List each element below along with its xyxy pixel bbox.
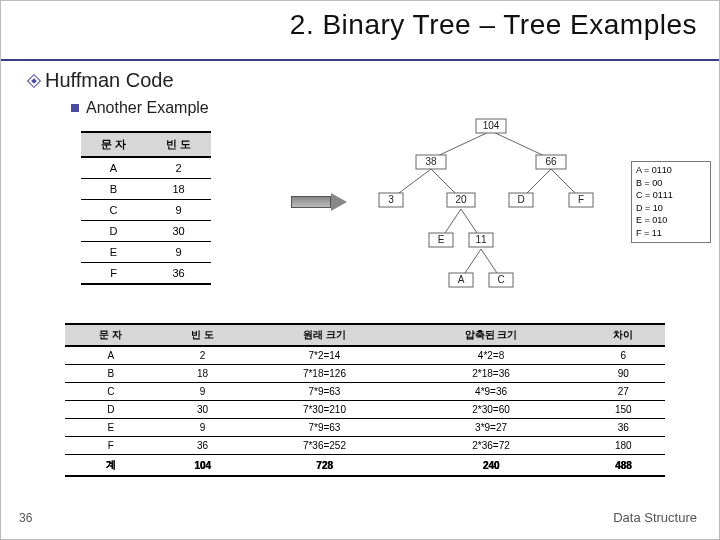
svg-text:D: D — [517, 194, 524, 205]
code-line: E = 010 — [636, 214, 706, 227]
huffman-codes-box: A = 0110 B = 00 C = 0111 D = 10 E = 010 … — [631, 161, 711, 243]
huffman-tree: 104 38 66 3 20 D F E 11 A C — [361, 111, 631, 301]
subsection-title: Another Example — [86, 99, 209, 117]
table-row: F36 — [81, 263, 211, 285]
table-row: C97*9=634*9=3627 — [65, 383, 665, 401]
code-line: B = 00 — [636, 177, 706, 190]
table-row: D30 — [81, 221, 211, 242]
footer-text: Data Structure — [613, 510, 697, 525]
page-number: 36 — [19, 511, 32, 525]
arrow-right-icon — [291, 193, 351, 211]
table-row: D307*30=2102*30=60150 — [65, 401, 665, 419]
table-sum-row: 계104728240488 — [65, 455, 665, 477]
svg-text:20: 20 — [455, 194, 467, 205]
table-row: B187*18=1262*18=3690 — [65, 365, 665, 383]
table-header-row: 문 자 빈 도 원래 크기 압축된 크기 차이 — [65, 324, 665, 346]
section-row: Huffman Code — [29, 69, 174, 92]
slide: 2. Binary Tree – Tree Examples Huffman C… — [0, 0, 720, 540]
table-row: F367*36=2522*36=72180 — [65, 437, 665, 455]
tree-node-root: 104 — [476, 119, 506, 133]
code-line: A = 0110 — [636, 164, 706, 177]
tree-node: C — [489, 273, 513, 287]
table-row: B18 — [81, 179, 211, 200]
svg-text:C: C — [497, 274, 504, 285]
code-line: C = 0111 — [636, 189, 706, 202]
tree-node: 3 — [379, 193, 403, 207]
tree-node: D — [509, 193, 533, 207]
title-bar: 2. Binary Tree – Tree Examples — [1, 1, 719, 61]
col-char: 문 자 — [81, 132, 146, 157]
table-row: A2 — [81, 157, 211, 179]
svg-text:66: 66 — [545, 156, 557, 167]
frequency-table: 문 자 빈 도 A2 B18 C9 D30 E9 F36 — [81, 131, 211, 285]
tree-node: 66 — [536, 155, 566, 169]
diamond-bullet-icon — [27, 73, 41, 87]
svg-text:A: A — [458, 274, 465, 285]
compression-table: 문 자 빈 도 원래 크기 압축된 크기 차이 A27*2=144*2=86 B… — [65, 323, 665, 477]
svg-text:E: E — [438, 234, 445, 245]
table-row: C9 — [81, 200, 211, 221]
subsection-row: Another Example — [71, 99, 209, 117]
page-title: 2. Binary Tree – Tree Examples — [290, 9, 697, 41]
svg-text:F: F — [578, 194, 584, 205]
col-freq: 빈 도 — [146, 132, 211, 157]
table-row: E97*9=633*9=2736 — [65, 419, 665, 437]
code-line: D = 10 — [636, 202, 706, 215]
tree-node: 20 — [447, 193, 475, 207]
svg-text:104: 104 — [483, 120, 500, 131]
tree-node: A — [449, 273, 473, 287]
table-row: E9 — [81, 242, 211, 263]
tree-node: E — [429, 233, 453, 247]
square-bullet-icon — [71, 104, 79, 112]
section-title: Huffman Code — [45, 69, 174, 92]
tree-node: 38 — [416, 155, 446, 169]
svg-text:11: 11 — [475, 234, 487, 245]
code-line: F = 11 — [636, 227, 706, 240]
table-header-row: 문 자 빈 도 — [81, 132, 211, 157]
tree-node: F — [569, 193, 593, 207]
table-row: A27*2=144*2=86 — [65, 346, 665, 365]
svg-text:3: 3 — [388, 194, 394, 205]
tree-node: 11 — [469, 233, 493, 247]
svg-text:38: 38 — [425, 156, 437, 167]
